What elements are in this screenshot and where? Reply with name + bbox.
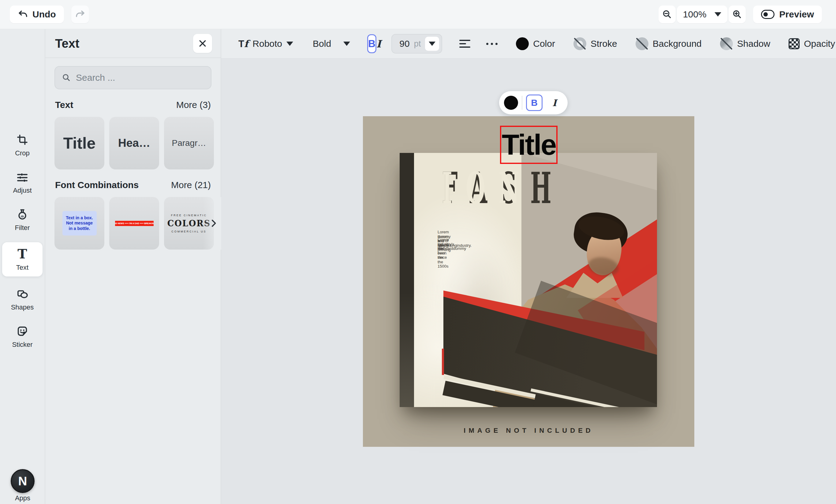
font-combinations-title: Font Combinations: [55, 180, 139, 190]
chevron-down-icon: [429, 42, 435, 46]
selected-text-value: Title: [502, 131, 556, 159]
bold-button[interactable]: B: [367, 34, 376, 53]
font-size-unit: pt: [414, 39, 421, 49]
flask-icon: [15, 207, 30, 221]
panel-title: Text: [55, 37, 79, 51]
opacity-button[interactable]: Opacity: [788, 38, 835, 49]
quick-italic-button[interactable]: I: [546, 95, 563, 111]
sticker-smiley-icon: [15, 324, 30, 338]
preset-label: Hea…: [118, 137, 150, 150]
stroke-button[interactable]: Stroke: [573, 37, 617, 50]
typeface-icon: Tf: [239, 38, 248, 50]
zoom-in-button[interactable]: [728, 5, 746, 23]
scroll-right-chevron-icon[interactable]: [208, 218, 219, 229]
preset-paragraph-card[interactable]: Paragr…: [164, 117, 214, 170]
stroke-none-icon: [573, 37, 586, 50]
design-canvas[interactable]: FASHION Lorem Ipsum is simply dummy text…: [363, 116, 694, 447]
chevron-down-icon: [715, 12, 721, 17]
font-combinations-more-link[interactable]: More (21): [171, 180, 211, 190]
rail-item-filter[interactable]: Filter: [2, 205, 42, 234]
text-presets-row: Title Hea… Paragr…: [55, 117, 221, 170]
editor-app: Undo 100%: [0, 0, 836, 504]
rail-item-shapes[interactable]: Shapes: [2, 285, 42, 314]
quick-bold-button[interactable]: B: [526, 95, 543, 111]
search-input[interactable]: [76, 73, 204, 83]
background-none-icon: [635, 37, 648, 50]
preview-button[interactable]: Preview: [753, 5, 822, 23]
font-size-field[interactable]: 90 pt: [392, 34, 442, 54]
preset-title-card[interactable]: Title: [55, 117, 104, 170]
text-color-button[interactable]: Color: [516, 37, 555, 50]
font-combo-thumbnail: FREE CINEMATIC COLORS COMMERCIAL US: [167, 214, 211, 233]
apps-label: Apps: [15, 494, 30, 502]
panel-header: Text: [45, 30, 221, 58]
search-field[interactable]: [55, 66, 211, 89]
rail-item-label: Adjust: [13, 187, 32, 194]
shadow-none-icon: [720, 37, 733, 50]
text-section-header: Text More (3): [55, 100, 211, 110]
shapes-icon: [15, 287, 30, 301]
redo-icon: [75, 9, 86, 20]
apps-button[interactable]: N Apps: [0, 469, 45, 502]
italic-button[interactable]: I: [376, 34, 381, 53]
rail-item-label: Crop: [15, 149, 30, 157]
text-format-toolbar: Tf Roboto Bold B I 90 pt Color Stroke: [221, 30, 836, 59]
rail-item-sticker[interactable]: Sticker: [2, 322, 42, 351]
search-icon: [62, 73, 71, 82]
undo-button[interactable]: Undo: [10, 5, 64, 23]
opacity-icon: [788, 38, 800, 49]
font-size-stepper[interactable]: [425, 37, 439, 51]
zoom-level-value: 100%: [683, 9, 706, 20]
zoom-level-select[interactable]: 100%: [677, 5, 727, 23]
rail-item-text[interactable]: T Text: [2, 242, 42, 276]
text-align-button[interactable]: [459, 40, 470, 48]
rail-item-label: Sticker: [12, 341, 33, 349]
crop-icon: [15, 133, 30, 147]
zoom-out-button[interactable]: [659, 5, 676, 23]
preset-label: Paragr…: [172, 138, 206, 148]
background-label: Background: [653, 39, 702, 49]
close-panel-button[interactable]: [193, 34, 212, 53]
poster-red-edge: [442, 349, 444, 375]
canvas-workspace[interactable]: B I FASHION Lorem Ipsum is simply dummy …: [221, 59, 836, 504]
view-controls: 100% Preview: [659, 5, 822, 23]
text-color-label: Color: [533, 39, 555, 49]
apps-logo-icon: N: [11, 469, 35, 493]
font-family-value: Roboto: [252, 39, 282, 49]
undo-icon: [18, 9, 28, 20]
font-combo-card[interactable]: FREE CINEMATIC COLORS COMMERCIAL US: [164, 197, 214, 250]
top-bar: Undo 100%: [0, 0, 836, 30]
font-combo-thumbnail: +++ BREAKING NEWS +++ I'M A DAD +++ BREA…: [115, 221, 154, 226]
selection-quick-toolbar: B I: [499, 91, 568, 114]
font-weight-value: Bold: [313, 39, 331, 49]
redo-button[interactable]: [71, 5, 89, 23]
font-combinations-row: Text in a box. Not message in a bottle. …: [55, 197, 221, 250]
font-combo-card[interactable]: Text in a box. Not message in a bottle.: [55, 197, 104, 250]
poster-artwork[interactable]: FASHION Lorem Ipsum is simply dummy text…: [400, 153, 657, 407]
preset-heading-card[interactable]: Hea…: [109, 117, 159, 170]
background-button[interactable]: Background: [635, 37, 702, 50]
preview-toggle-icon: [761, 10, 775, 19]
zoom-controls: 100%: [659, 5, 746, 23]
zoom-out-icon: [662, 9, 672, 20]
poster-footer-text: IMAGE NOT INCLUDED: [363, 427, 694, 434]
text-color-swatch[interactable]: [504, 96, 518, 110]
rail-item-label: Shapes: [11, 303, 34, 311]
zoom-in-icon: [732, 9, 742, 20]
more-options-button[interactable]: [486, 43, 497, 45]
text-section-title: Text: [55, 100, 73, 110]
font-weight-select[interactable]: Bold: [313, 39, 350, 49]
shadow-button[interactable]: Shadow: [720, 37, 770, 50]
rail-item-adjust[interactable]: Adjust: [2, 168, 42, 197]
history-controls: Undo: [10, 5, 89, 23]
close-icon: [198, 39, 207, 48]
rail-item-crop[interactable]: Crop: [2, 130, 42, 160]
poster-left-strip: [400, 153, 414, 407]
selected-text-element[interactable]: Title: [500, 126, 557, 164]
chevron-down-icon: [343, 42, 350, 46]
font-combo-card[interactable]: +++ BREAKING NEWS +++ I'M A DAD +++ BREA…: [109, 197, 159, 250]
text-more-link[interactable]: More (3): [176, 100, 211, 110]
preview-label: Preview: [779, 9, 814, 20]
opacity-label: Opacity: [804, 39, 835, 49]
font-family-select[interactable]: Tf Roboto: [239, 38, 293, 50]
